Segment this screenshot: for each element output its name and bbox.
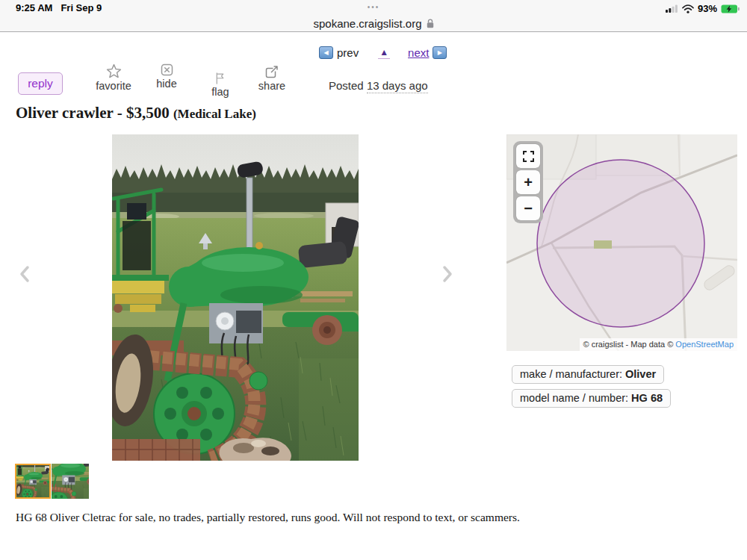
hide-label: hide: [156, 78, 176, 90]
thumbnail-1-image: [16, 465, 49, 497]
openstreetmap-link[interactable]: OpenStreetMap: [675, 340, 734, 349]
page-title: Oliver crawler - $3,500 (Medical Lake): [16, 104, 256, 122]
favorite-button[interactable]: favorite: [90, 63, 137, 92]
listing-description: HG 68 Oliver Cletrac for sale, no trades…: [16, 511, 598, 524]
fullscreen-icon: [523, 151, 534, 162]
attribute-make-value: Oliver: [625, 368, 656, 380]
posted-ago: 13 days ago: [367, 79, 428, 93]
hide-box-x-icon: [161, 63, 173, 76]
flag-icon: [215, 72, 226, 84]
map-zoom-out-button[interactable]: −: [516, 196, 540, 220]
map-zoom-in-button[interactable]: +: [516, 170, 540, 194]
title-location: (Medical Lake): [173, 107, 256, 121]
star-icon: [106, 63, 122, 78]
next-link[interactable]: next: [408, 46, 429, 59]
thumbnail-2-image: [52, 464, 89, 499]
battery-percent: 93%: [698, 3, 717, 14]
title-text: Oliver crawler - $3,500: [16, 104, 170, 122]
attribute-make: make / manufacturer: Oliver: [512, 365, 664, 384]
prev-label[interactable]: prev: [337, 46, 359, 59]
battery-charging-icon: [721, 4, 740, 13]
map-fullscreen-button[interactable]: [516, 144, 540, 168]
next-arrow-icon: ▶: [438, 49, 442, 56]
url-text: spokane.craigslist.org: [313, 17, 421, 30]
address-bar[interactable]: spokane.craigslist.org: [0, 15, 747, 31]
main-listing-photo[interactable]: [112, 134, 359, 461]
hide-button[interactable]: hide: [149, 63, 184, 90]
attribute-model: model name / number: HG 68: [512, 389, 671, 408]
gallery-prev-icon[interactable]: [19, 265, 30, 283]
browser-chrome: 9:25 AMFri Sep 9 ••• 93% spokane: [0, 0, 747, 32]
location-map[interactable]: + − © craigslist - Map data © OpenStreet…: [506, 134, 737, 351]
thumbnail-1-selected[interactable]: [15, 464, 51, 499]
wifi-icon: [682, 4, 694, 13]
share-icon: [265, 65, 279, 78]
craigslist-listing-page: 9:25 AMFri Sep 9 ••• 93% spokane: [0, 0, 747, 560]
cellular-signal-icon: [666, 4, 678, 13]
back-to-list-icon[interactable]: ▲: [378, 47, 390, 59]
reply-button[interactable]: reply: [18, 72, 63, 95]
attribute-list: make / manufacturer: Oliver model name /…: [512, 365, 671, 408]
prev-button[interactable]: ◀: [319, 46, 333, 59]
prev-arrow-icon: ◀: [323, 49, 328, 56]
posted-prefix: Posted: [329, 79, 364, 92]
flag-button[interactable]: flag: [203, 72, 238, 98]
next-button[interactable]: ▶: [433, 46, 447, 59]
share-button[interactable]: share: [252, 65, 291, 92]
share-label: share: [258, 80, 285, 92]
attribution-text: © craigslist - Map data ©: [583, 340, 676, 349]
attribute-model-value: HG 68: [631, 392, 663, 404]
map-attribution: © craigslist - Map data © OpenStreetMap: [580, 338, 737, 351]
map-landmark-rect: [594, 240, 612, 249]
listing-pagination: ◀ prev ▲ next ▶: [319, 46, 447, 59]
map-controls: + −: [513, 141, 543, 223]
attribute-model-label: model name / number:: [520, 392, 631, 404]
attribute-make-label: make / manufacturer:: [520, 368, 625, 380]
posted-info: Posted 13 days ago: [329, 79, 428, 92]
flag-label: flag: [211, 86, 229, 98]
thumbnail-strip: [15, 464, 89, 499]
status-indicators: 93%: [666, 3, 740, 14]
lock-icon: [427, 19, 434, 28]
favorite-label: favorite: [96, 80, 131, 92]
gallery-next-icon[interactable]: [442, 265, 453, 283]
map-radius-circle: [537, 160, 704, 327]
thumbnail-2[interactable]: [52, 464, 89, 499]
tab-overview-dots[interactable]: •••: [0, 3, 747, 11]
